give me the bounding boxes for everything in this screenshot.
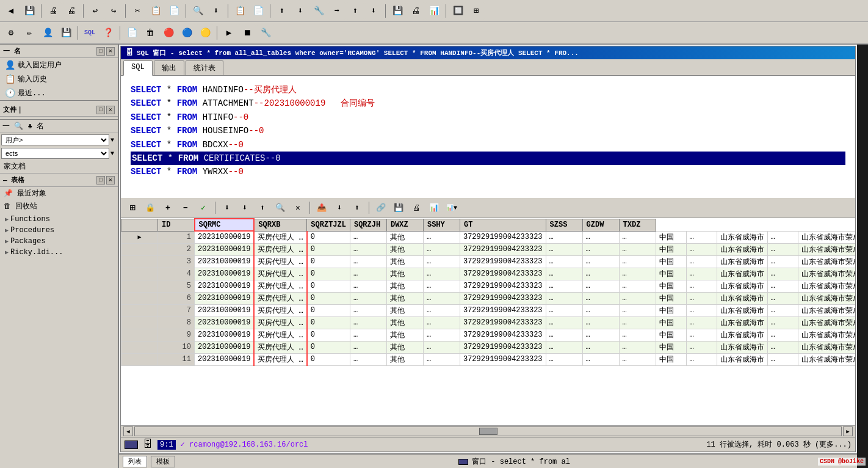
confirm-btn[interactable]: ✓ <box>195 200 211 216</box>
stop-btn[interactable]: ⏹ <box>239 24 256 42</box>
filter-down-btn[interactable]: ⬇ <box>219 200 235 216</box>
print2-btn[interactable]: 🖨 <box>63 2 80 20</box>
link-btn[interactable]: 🔗 <box>373 200 389 216</box>
user-btn[interactable]: 👤 <box>39 24 56 42</box>
chart-btn[interactable]: 📊 <box>425 2 443 20</box>
sidebar-pin-btn[interactable]: □ <box>96 47 105 56</box>
table-row[interactable]: ▶1202310000019买房代理人 …0…其他…37292919900423… <box>121 231 856 243</box>
filter-down2-btn[interactable]: ⬇ <box>237 200 253 216</box>
col-header-sqrmc[interactable]: SQRMC <box>195 219 255 231</box>
table-row[interactable]: 2202310000019买房代理人 …0…其他…372929199004233… <box>121 243 856 255</box>
table-row[interactable]: 4202310000019买房代理人 …0…其他…372929199004233… <box>121 268 856 280</box>
blue-btn[interactable]: 🔵 <box>178 24 195 42</box>
filter-clear-btn[interactable]: ✕ <box>290 200 306 216</box>
filter3-btn[interactable]: ⬆ <box>349 200 365 216</box>
table-row[interactable]: 9202310000019买房代理人 …0…其他…372929199004233… <box>121 329 856 341</box>
sidebar-file-pin-btn[interactable]: □ <box>96 106 105 114</box>
run-btn[interactable]: ▶ <box>220 24 237 42</box>
data-grid-container[interactable]: ID SQRMC SQRXB SQRZTJZL SQRZJH DWXZ SSHY… <box>121 218 855 425</box>
scroll-left-btn[interactable]: ◀ <box>123 426 133 436</box>
table-row[interactable]: 6202310000019买房代理人 …0…其他…372929199004233… <box>121 292 856 304</box>
tab-template[interactable]: 模板 <box>151 456 175 467</box>
user-filter-select[interactable]: 用户> <box>1 134 109 145</box>
table-row[interactable]: 5202310000019买房代理人 …0…其他…372929199004233… <box>121 280 856 292</box>
sidebar-tree-close-btn[interactable]: ✕ <box>106 176 115 185</box>
sidebar-close-btn[interactable]: ✕ <box>106 47 115 56</box>
save3-btn[interactable]: 💾 <box>57 24 74 42</box>
paste2-btn[interactable]: 📄 <box>250 2 267 20</box>
table-row[interactable]: 11202310000019买房代理人 …0…其他…37292919900423… <box>121 353 856 365</box>
table-row[interactable]: 8202310000019买房代理人 …0…其他…372929199004233… <box>121 316 856 329</box>
edit-btn[interactable]: ✏ <box>21 24 38 42</box>
cut-btn[interactable]: ✂ <box>129 2 146 20</box>
down2-btn[interactable]: ⬇ <box>365 2 382 20</box>
col-header-sqrxb[interactable]: SQRXB <box>254 219 306 231</box>
back-btn[interactable]: ◀ <box>2 2 20 20</box>
chart-grid-btn[interactable]: 📊 <box>426 200 442 216</box>
tree-item-functions[interactable]: ▶ Functions <box>0 214 118 225</box>
config-btn[interactable]: 🔧 <box>257 24 274 42</box>
col-header-dwxz[interactable]: DWXZ <box>386 219 423 231</box>
col-header-sqrztjzl[interactable]: SQRZTJZL <box>307 219 350 231</box>
find-grid-btn[interactable]: 🔍 <box>272 200 288 216</box>
nav-down-btn[interactable]: ⬇ <box>208 2 225 20</box>
col-header-id[interactable]: ID <box>158 219 195 231</box>
table-row[interactable]: 10202310000019买房代理人 …0…其他…37292919900423… <box>121 341 856 353</box>
tab-sql[interactable]: SQL <box>123 60 153 76</box>
sidebar-item-load-user[interactable]: 👤 载入固定用户 <box>0 58 118 72</box>
table-row[interactable]: 3202310000019买房代理人 …0…其他…372929199004233… <box>121 255 856 268</box>
tree-item-packages[interactable]: ▶ Packages <box>0 236 118 247</box>
down-btn[interactable]: ⬇ <box>292 2 309 20</box>
col-header-txdz[interactable]: TXDZ <box>619 219 656 231</box>
redo-btn[interactable]: ↪ <box>105 2 122 20</box>
col-header-szss[interactable]: SZSS <box>546 219 582 231</box>
print-grid-btn[interactable]: 🖨 <box>408 200 424 216</box>
grid2-btn[interactable]: ⊞ <box>468 2 485 20</box>
col-header-sshy[interactable]: SSHY <box>423 219 460 231</box>
help-btn[interactable]: ❓ <box>99 24 117 42</box>
lock-btn[interactable]: 🔒 <box>142 200 158 216</box>
up-btn[interactable]: ⬆ <box>273 2 291 20</box>
yellow-btn[interactable]: 🟡 <box>197 24 214 42</box>
tab-stats[interactable]: 统计表 <box>186 60 223 75</box>
filter-up-btn[interactable]: ⬆ <box>255 200 270 216</box>
tab-output[interactable]: 输出 <box>154 60 184 75</box>
tree-item-ricky[interactable]: ▶ Ricky.ldi... <box>0 247 118 258</box>
col-header-gzdw[interactable]: GZDW <box>582 219 619 231</box>
up2-btn[interactable]: ⬆ <box>347 2 364 20</box>
scroll-right-btn[interactable]: ▶ <box>843 426 853 436</box>
search-btn[interactable]: 🔍 <box>189 2 206 20</box>
tab-list[interactable]: 列表 <box>123 456 147 467</box>
save2-btn[interactable]: 💾 <box>389 2 406 20</box>
grid-view-btn[interactable]: ⊞ <box>125 200 140 216</box>
objects-filter-select[interactable]: ects <box>1 148 109 159</box>
save-btn[interactable]: 💾 <box>21 2 38 20</box>
sidebar-item-history[interactable]: 📋 输入历史 <box>0 72 118 86</box>
h-scrollbar[interactable] <box>134 426 842 436</box>
print3-btn[interactable]: 🖨 <box>407 2 424 20</box>
sidebar-file-close-btn[interactable]: ✕ <box>106 106 115 114</box>
paste-btn[interactable]: 📄 <box>165 2 183 20</box>
copy-btn[interactable]: 📋 <box>147 2 164 20</box>
table-row[interactable]: 7202310000019买房代理人 …0…其他…372929199004233… <box>121 304 856 316</box>
undo-btn[interactable]: ↩ <box>87 2 104 20</box>
delete-btn[interactable]: 🗑 <box>142 24 159 42</box>
export-btn[interactable]: 📤 <box>314 200 330 216</box>
settings-btn[interactable]: ⚙ <box>2 24 20 42</box>
chart2-grid-btn[interactable]: 📊▼ <box>444 200 460 216</box>
col-header-gt[interactable]: GT <box>460 219 546 231</box>
format-btn[interactable]: 🔧 <box>310 2 327 20</box>
save-grid-btn[interactable]: 💾 <box>391 200 407 216</box>
sql-btn[interactable]: SQL <box>81 24 98 42</box>
tree-item-procedures[interactable]: ▶ Procedures <box>0 225 118 236</box>
add-row-btn[interactable]: + <box>160 200 176 216</box>
right-btn[interactable]: ➡ <box>328 2 345 20</box>
col-header-sqrzjh[interactable]: SQRZJH <box>350 219 386 231</box>
sidebar-tree-pin-btn[interactable]: □ <box>96 176 105 185</box>
print-btn[interactable]: 🖨 <box>45 2 62 20</box>
copy2-btn[interactable]: 📋 <box>231 2 248 20</box>
filter2-btn[interactable]: ⬇ <box>331 200 347 216</box>
doc-btn[interactable]: 📄 <box>123 24 140 42</box>
red-btn[interactable]: 🔴 <box>160 24 177 42</box>
grid-btn[interactable]: 🔲 <box>449 2 466 20</box>
